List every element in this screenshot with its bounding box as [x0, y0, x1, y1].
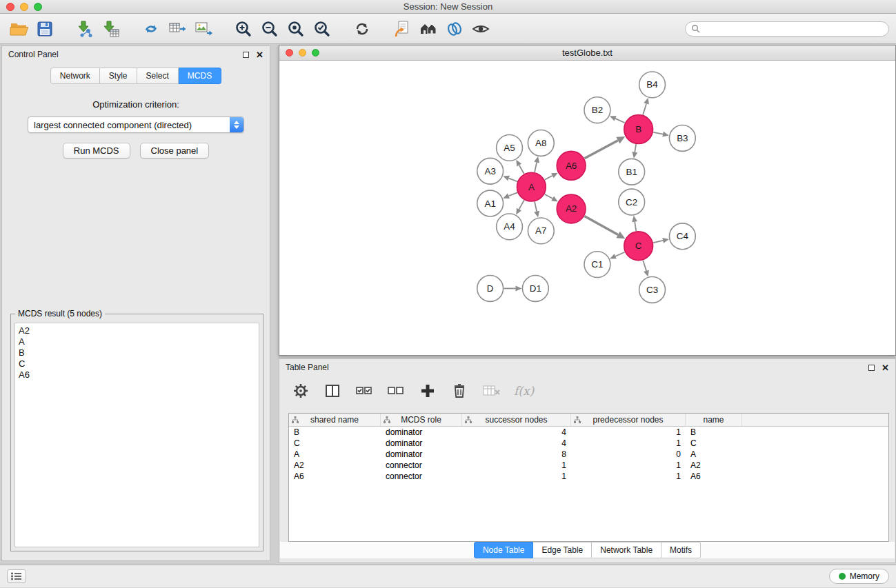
graph-edge[interactable]: [584, 216, 618, 235]
network-window-controls: [286, 49, 319, 57]
graph-node-label: A5: [504, 143, 515, 153]
import-network-button[interactable]: [73, 17, 97, 41]
column-header-filler: [742, 414, 888, 426]
memory-button[interactable]: Memory: [829, 569, 889, 584]
graph-edge[interactable]: [519, 165, 524, 174]
export-table-button[interactable]: [166, 17, 189, 41]
add-column-button[interactable]: [419, 382, 437, 400]
graph-edge[interactable]: [545, 194, 553, 199]
select-all-button[interactable]: [355, 382, 373, 400]
mcds-result-item[interactable]: B: [19, 347, 255, 358]
tab-node-table[interactable]: Node Table: [474, 542, 534, 558]
close-window-button[interactable]: [6, 3, 14, 11]
open-session-button[interactable]: [7, 17, 30, 41]
column-header-mcds-role[interactable]: MCDS role: [381, 414, 462, 426]
table-panel-title: Table Panel: [286, 363, 329, 372]
graph-edge-arrowhead: [632, 216, 637, 222]
graph-edge[interactable]: [643, 261, 646, 271]
network-close-button[interactable]: [286, 49, 293, 57]
tab-network-table[interactable]: Network Table: [592, 542, 661, 558]
column-namespace-icon: [292, 416, 299, 423]
graph-edge[interactable]: [643, 103, 646, 114]
clipboard-import-button[interactable]: [390, 17, 414, 41]
graph-edge[interactable]: [653, 241, 663, 243]
graph-edge[interactable]: [584, 141, 617, 159]
table-row[interactable]: B dominator 4 1 B: [289, 427, 888, 438]
refresh-view-button[interactable]: [350, 17, 374, 41]
show-hide-button[interactable]: [469, 17, 492, 41]
column-header-successor-nodes[interactable]: successor nodes: [462, 414, 571, 426]
graph-edge[interactable]: [653, 132, 663, 134]
deselect-all-button[interactable]: [387, 382, 405, 400]
network-minimize-button[interactable]: [299, 49, 306, 57]
network-maximize-button[interactable]: [312, 49, 319, 57]
table-row[interactable]: A6 connector 1 1 A6: [289, 471, 888, 482]
delete-column-button[interactable]: [450, 382, 468, 400]
close-control-panel-button[interactable]: ✕: [256, 50, 263, 59]
import-table-button[interactable]: [99, 17, 123, 41]
open-folder-icon: [10, 21, 28, 37]
close-panel-button[interactable]: Close panel: [140, 143, 210, 159]
function-builder-button[interactable]: f(x): [514, 382, 534, 400]
graph-edge[interactable]: [509, 179, 517, 182]
tab-motifs[interactable]: Motifs: [661, 542, 701, 558]
first-neighbors-button[interactable]: [417, 17, 440, 41]
minimize-window-button[interactable]: [20, 3, 28, 11]
graph-edge[interactable]: [635, 222, 636, 232]
network-graph[interactable]: B4B2BB3A8A5A6B1A3AC2A1A2A4A7C4CC1C3DD1: [279, 61, 895, 355]
tab-network[interactable]: Network: [50, 68, 100, 84]
table-row[interactable]: A dominator 8 0 A: [289, 449, 888, 460]
venn-button[interactable]: [443, 17, 466, 41]
zoom-fit-icon: [287, 20, 305, 38]
workspace: Control Panel ✕ Network Style Select MCD…: [0, 44, 896, 565]
tab-edge-table[interactable]: Edge Table: [533, 542, 592, 558]
close-table-panel-button[interactable]: ✕: [882, 363, 889, 372]
export-image-button[interactable]: [192, 17, 215, 41]
graph-node-label: B4: [646, 79, 658, 90]
float-table-panel-button[interactable]: [868, 365, 875, 371]
graph-edge[interactable]: [545, 176, 552, 180]
table-settings-button[interactable]: [292, 382, 310, 400]
column-header-predecessor-nodes[interactable]: predecessor nodes: [571, 414, 686, 426]
tab-select[interactable]: Select: [137, 68, 179, 84]
graph-edge-arrowhead: [515, 285, 521, 291]
table-row[interactable]: C dominator 4 1 C: [289, 438, 888, 449]
eye-icon: [472, 20, 490, 38]
graph-edge[interactable]: [615, 119, 625, 123]
float-panel-button[interactable]: [243, 52, 249, 58]
column-header-name[interactable]: name: [686, 414, 742, 426]
network-canvas[interactable]: B4B2BB3A8A5A6B1A3AC2A1A2A4A7C4CC1C3DD1: [279, 61, 895, 355]
graph-edge[interactable]: [508, 192, 517, 196]
graph-edge[interactable]: [635, 144, 636, 152]
search-input[interactable]: [704, 24, 883, 34]
graph-edge-arrowhead: [662, 238, 669, 243]
mcds-result-item[interactable]: A2: [19, 325, 255, 336]
delete-table-button[interactable]: [482, 382, 500, 400]
zoom-fit-button[interactable]: [284, 17, 308, 41]
zoom-in-button[interactable]: [232, 17, 255, 41]
graph-edge[interactable]: [535, 163, 537, 172]
optimization-dropdown[interactable]: largest connected component (directed): [28, 116, 244, 133]
zoom-out-button[interactable]: [258, 17, 281, 41]
apply-layout-button[interactable]: [139, 17, 163, 41]
graph-node-label: A6: [566, 161, 577, 171]
tab-mcds[interactable]: MCDS: [179, 68, 221, 84]
graph-edge[interactable]: [519, 200, 524, 209]
run-mcds-button[interactable]: Run MCDS: [63, 143, 130, 159]
mcds-result-item[interactable]: C: [19, 358, 255, 369]
network-window-title: testGlobe.txt: [279, 48, 895, 58]
save-session-button[interactable]: [33, 17, 57, 41]
task-history-button[interactable]: [7, 569, 26, 583]
zoom-selected-button[interactable]: [310, 17, 334, 41]
tab-style[interactable]: Style: [100, 68, 137, 84]
show-columns-button[interactable]: [323, 382, 341, 400]
mcds-result-list[interactable]: A2 A B C A6: [14, 323, 259, 547]
column-header-shared-name[interactable]: shared name: [289, 414, 381, 426]
table-row[interactable]: A2 connector 1 1 A2: [289, 460, 888, 471]
table-panel: Table Panel ✕: [279, 358, 896, 563]
fullscreen-window-button[interactable]: [34, 3, 42, 11]
mcds-result-item[interactable]: A: [19, 336, 255, 347]
graph-edge[interactable]: [615, 252, 624, 256]
graph-edge[interactable]: [535, 202, 537, 212]
mcds-result-item[interactable]: A6: [19, 369, 255, 381]
